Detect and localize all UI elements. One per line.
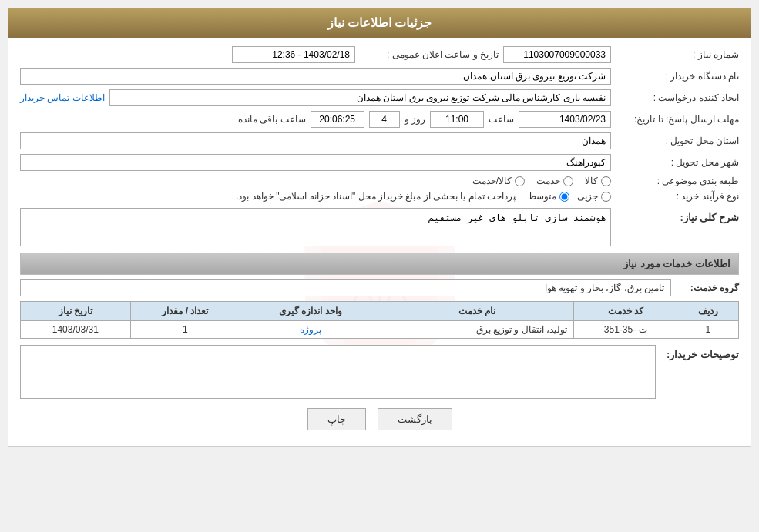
- row-description: شرح کلی نیاز: هوشمند سازی تابلو های غیر …: [20, 208, 739, 246]
- cell-quantity-1: 1: [130, 321, 240, 339]
- category-kala-khadamat-label[interactable]: کالا/خدمت: [472, 176, 525, 186]
- category-khadamat-radio[interactable]: [563, 176, 573, 186]
- category-radio-group: کالا خدمت کالا/خدمت: [472, 176, 611, 186]
- buttons-row: بازگشت چاپ: [20, 408, 739, 438]
- services-section-header: اطلاعات خدمات مورد نیاز: [20, 253, 739, 275]
- description-textarea[interactable]: هوشمند سازی تابلو های غیر مستقیم: [20, 208, 611, 246]
- purchase-type-label: نوع فرآیند خرید :: [616, 191, 739, 202]
- page-header: جزئیات اطلاعات نیاز: [8, 8, 751, 38]
- deadline-date-input[interactable]: [519, 111, 611, 128]
- description-label: شرح کلی نیاز:: [616, 208, 739, 223]
- cell-name-1: تولید، انتقال و توزیع برق: [381, 321, 573, 339]
- col-header-name: نام خدمت: [381, 302, 573, 321]
- unit-link-1[interactable]: پروژه: [300, 324, 321, 335]
- deadline-days-input[interactable]: [369, 111, 400, 128]
- table-header-row: ردیف کد خدمت نام خدمت واحد اندازه گیری ت…: [21, 302, 739, 321]
- contact-link[interactable]: اطلاعات تماس خریدار: [20, 92, 105, 103]
- delivery-city-input[interactable]: [20, 154, 611, 171]
- row-buyer-org: نام دستگاه خریدار :: [20, 68, 739, 85]
- need-number-input[interactable]: [503, 46, 611, 63]
- service-group-row: گروه خدمت: تامین برق، گاز، بخار و تهویه …: [20, 279, 739, 296]
- need-number-label: شماره نیاز :: [616, 49, 739, 60]
- table-row: 1 ت -35-351 تولید، انتقال و توزیع برق پر…: [21, 321, 739, 339]
- category-kala-radio[interactable]: [601, 176, 611, 186]
- form-body: شماره نیاز : تاریخ و ساعت اعلان عمومی : …: [20, 46, 739, 438]
- row-requester: ایجاد کننده درخواست : اطلاعات تماس خریدا…: [20, 89, 739, 106]
- purchase-type-group: جزیی متوسط: [528, 191, 611, 202]
- category-label: طبقه بندی موضوعی :: [616, 176, 739, 186]
- col-header-quantity: تعداد / مقدار: [130, 302, 240, 321]
- purchase-type-2-radio[interactable]: [559, 192, 569, 202]
- category-khadamat-label[interactable]: خدمت: [536, 176, 573, 186]
- purchase-type-2-label[interactable]: متوسط: [528, 191, 569, 202]
- category-kala-label[interactable]: کالا: [585, 176, 611, 186]
- cell-unit-1: پروژه: [240, 321, 381, 339]
- deadline-days-label: روز و: [405, 114, 425, 125]
- services-table: ردیف کد خدمت نام خدمت واحد اندازه گیری ت…: [20, 301, 739, 339]
- delivery-city-label: شهر محل تحویل :: [616, 157, 739, 168]
- deadline-time-input[interactable]: [430, 111, 484, 128]
- purchase-note: پرداخت تمام یا بخشی از مبلغ خریداز محل "…: [236, 191, 516, 202]
- notes-section: توصیحات خریدار:: [20, 345, 739, 399]
- buyer-org-label: نام دستگاه خریدار :: [616, 71, 739, 82]
- page-title: جزئیات اطلاعات نیاز: [327, 16, 432, 29]
- content-box: ATA شماره نیاز : تاریخ و ساعت اعلان عموم…: [8, 38, 751, 447]
- announce-datetime-input[interactable]: [232, 46, 355, 63]
- purchase-type-1-label[interactable]: جزیی: [577, 191, 611, 202]
- col-header-row: ردیف: [677, 302, 739, 321]
- requester-label: ایجاد کننده درخواست :: [616, 92, 739, 103]
- purchase-type-1-radio[interactable]: [601, 192, 611, 202]
- col-header-code: کد خدمت: [573, 302, 677, 321]
- row-need-number: شماره نیاز : تاریخ و ساعت اعلان عمومی :: [20, 46, 739, 63]
- row-delivery-province: استان محل تحویل :: [20, 132, 739, 149]
- cell-row-1: 1: [677, 321, 739, 339]
- row-category: طبقه بندی موضوعی : کالا خدمت کالا/خدمت: [20, 176, 739, 186]
- print-button[interactable]: چاپ: [307, 408, 366, 430]
- service-group-value: تامین برق، گاز، بخار و تهویه هوا: [20, 279, 671, 296]
- deadline-counter-input[interactable]: [311, 111, 364, 128]
- deadline-label: مهلت ارسال پاسخ: تا تاریخ:: [616, 114, 739, 125]
- buyer-org-input[interactable]: [20, 68, 611, 85]
- category-kala-khadamat-radio[interactable]: [515, 176, 525, 186]
- requester-input[interactable]: [109, 89, 611, 106]
- notes-textarea[interactable]: [20, 345, 656, 399]
- row-delivery-city: شهر محل تحویل :: [20, 154, 739, 171]
- row-purchase-type: نوع فرآیند خرید : جزیی متوسط پرداخت تمام…: [20, 191, 739, 202]
- delivery-province-label: استان محل تحویل :: [616, 136, 739, 146]
- row-deadline: مهلت ارسال پاسخ: تا تاریخ: ساعت روز و سا…: [20, 111, 739, 128]
- announce-datetime-label: تاریخ و ساعت اعلان عمومی :: [360, 49, 499, 60]
- cell-code-1: ت -35-351: [573, 321, 677, 339]
- deadline-time-label: ساعت: [489, 114, 514, 125]
- col-header-date: تاریخ نیاز: [21, 302, 131, 321]
- service-group-label: گروه خدمت:: [677, 283, 739, 293]
- cell-date-1: 1403/03/31: [21, 321, 131, 339]
- notes-label: توصیحات خریدار:: [662, 345, 739, 360]
- deadline-counter-label: ساعت باقی مانده: [238, 114, 306, 125]
- back-button[interactable]: بازگشت: [378, 408, 452, 430]
- delivery-province-input[interactable]: [20, 132, 611, 149]
- col-header-unit: واحد اندازه گیری: [240, 302, 381, 321]
